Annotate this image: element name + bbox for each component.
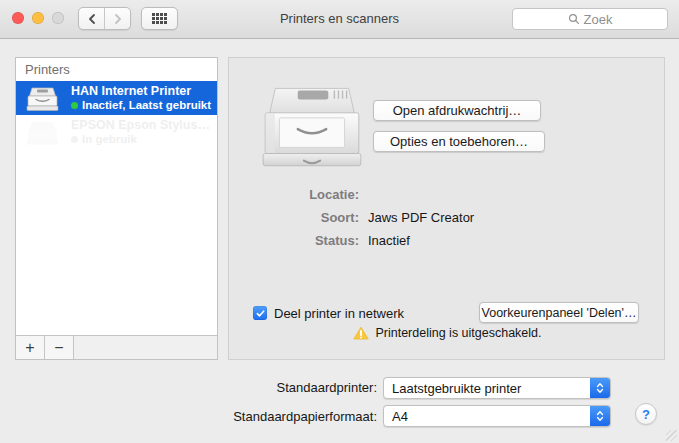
warning-icon: [353, 326, 369, 340]
up-down-chevrons-icon: [595, 381, 605, 395]
info-row-status: Status: Inactief: [229, 230, 666, 250]
printers-scanners-window: Printers en scanners Zoek Printers HAN I…: [0, 0, 679, 443]
checkmark-icon: [255, 308, 266, 319]
search-icon: [568, 13, 580, 25]
up-down-chevrons-icon: [595, 409, 605, 423]
sharing-prefs-button[interactable]: Voorkeurenpaneel 'Delen'…: [479, 302, 639, 323]
info-row-kind: Soort: Jaws PDF Creator: [229, 207, 666, 227]
default-paper-label: Standaardpapierformaat:: [0, 409, 377, 424]
default-paper-value: A4: [384, 409, 590, 424]
printer-list-item-ghost[interactable]: EPSON Epson Stylus… In gebruik: [16, 115, 217, 149]
sharing-warning: Printerdeling is uitgeschakeld.: [229, 326, 666, 340]
share-printer-checkbox[interactable]: [253, 306, 267, 320]
status-dot-icon: [71, 102, 78, 109]
resize-grip[interactable]: [666, 430, 677, 441]
status-label: Status:: [229, 233, 359, 248]
default-printer-value: Laatstgebruikte printer: [384, 381, 590, 396]
printers-sidebar: Printers HAN Internet Printer Inactief, …: [15, 57, 218, 360]
remove-printer-button[interactable]: −: [45, 336, 74, 359]
titlebar: Printers en scanners Zoek: [0, 0, 679, 39]
search-field[interactable]: Zoek: [512, 8, 668, 30]
printer-name: EPSON Epson Stylus…: [71, 118, 210, 133]
help-button[interactable]: ?: [635, 403, 657, 425]
default-printer-label: Standaardprinter:: [0, 380, 377, 395]
printer-list-item-selected[interactable]: HAN Internet Printer Inactief, Laatst ge…: [16, 81, 217, 115]
printer-status: In gebruik: [82, 133, 137, 147]
printer-icon: [24, 85, 61, 112]
popup-stepper: [590, 406, 610, 426]
popup-stepper: [590, 378, 610, 398]
printer-status-line: In gebruik: [71, 133, 210, 147]
printer-item-texts: HAN Internet Printer Inactief, Laatst ge…: [71, 84, 211, 113]
share-printer-row: Deel printer in netwerk: [253, 302, 404, 324]
options-supplies-button[interactable]: Opties en toebehoren…: [373, 131, 545, 152]
status-dot-icon: [71, 136, 78, 143]
warning-text: Printerdeling is uitgeschakeld.: [375, 326, 541, 340]
status-value: Inactief: [368, 233, 410, 248]
printer-item-texts: EPSON Epson Stylus… In gebruik: [71, 118, 210, 147]
printer-detail-panel: Open afdrukwachtrij… Opties en toebehore…: [228, 57, 665, 360]
location-label: Locatie:: [229, 187, 359, 202]
default-paper-popup[interactable]: A4: [383, 405, 611, 427]
printer-status: Inactief, Laatst gebruikt: [82, 99, 211, 113]
sidebar-header: Printers: [16, 58, 217, 81]
sidebar-toolbar: + −: [16, 335, 217, 359]
open-print-queue-button[interactable]: Open afdrukwachtrij…: [373, 100, 541, 121]
printer-icon: [24, 119, 61, 146]
kind-value: Jaws PDF Creator: [368, 210, 474, 225]
share-printer-label: Deel printer in netwerk: [274, 306, 404, 321]
kind-label: Soort:: [229, 210, 359, 225]
printer-illustration: [255, 73, 369, 173]
printer-status-line: Inactief, Laatst gebruikt: [71, 99, 211, 113]
printer-name: HAN Internet Printer: [71, 84, 211, 99]
search-placeholder: Zoek: [584, 12, 613, 27]
info-row-location: Locatie:: [229, 184, 666, 204]
add-printer-button[interactable]: +: [16, 336, 45, 359]
default-printer-popup[interactable]: Laatstgebruikte printer: [383, 377, 611, 399]
